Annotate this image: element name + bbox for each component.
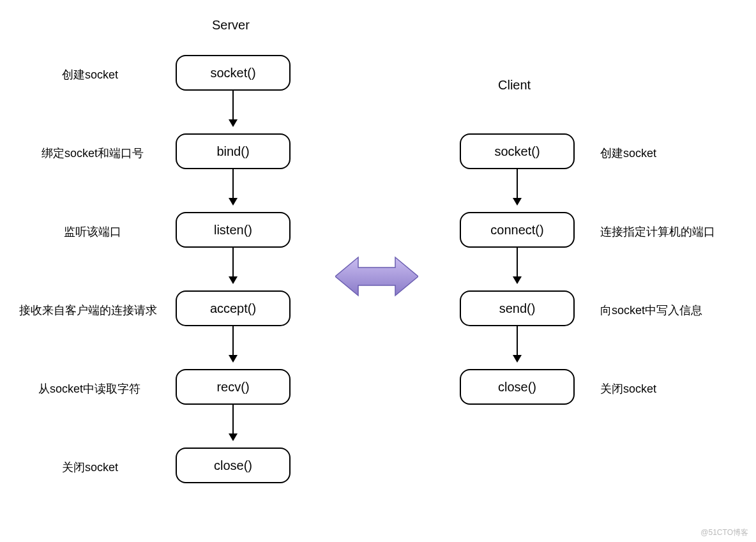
server-node-accept: accept() <box>176 290 291 326</box>
server-node-label: socket() <box>210 66 255 80</box>
server-title: Server <box>212 18 250 33</box>
client-node-label: connect() <box>490 223 543 237</box>
client-node-send: send() <box>460 290 575 326</box>
server-node-label: listen() <box>214 223 252 237</box>
server-desc-accept: 接收来自客户端的连接请求 <box>19 303 157 318</box>
server-desc-socket: 创建socket <box>62 67 118 82</box>
arrow-icon <box>232 169 234 204</box>
server-desc-bind: 绑定socket和端口号 <box>42 146 144 161</box>
client-desc-close: 关闭socket <box>600 381 656 396</box>
server-node-listen: listen() <box>176 212 291 248</box>
client-node-label: close() <box>498 380 536 395</box>
client-node-label: socket() <box>494 144 540 159</box>
arrow-icon <box>232 248 234 283</box>
server-node-bind: bind() <box>176 133 291 169</box>
server-node-label: close() <box>214 458 252 473</box>
client-desc-socket: 创建socket <box>600 146 656 161</box>
client-node-socket: socket() <box>460 133 575 169</box>
watermark: @51CTO博客 <box>700 527 748 538</box>
client-node-label: send() <box>499 301 536 316</box>
arrow-icon <box>232 91 234 126</box>
server-node-label: bind() <box>216 144 249 159</box>
arrow-icon <box>517 169 518 204</box>
server-node-close: close() <box>176 448 291 483</box>
server-desc-close: 关闭socket <box>62 460 118 475</box>
server-node-recv: recv() <box>176 369 291 405</box>
server-node-label: recv() <box>216 380 249 395</box>
arrow-icon <box>517 248 518 283</box>
client-desc-connect: 连接指定计算机的端口 <box>600 224 715 239</box>
server-desc-recv: 从socket中读取字符 <box>38 381 140 396</box>
arrow-icon <box>517 326 518 361</box>
arrow-icon <box>232 405 234 440</box>
server-desc-listen: 监听该端口 <box>64 224 121 239</box>
server-node-socket: socket() <box>176 55 291 91</box>
arrow-icon <box>232 326 234 361</box>
server-node-label: accept() <box>210 301 256 316</box>
client-desc-send: 向socket中写入信息 <box>600 303 702 318</box>
bidirectional-arrow-icon <box>335 256 418 297</box>
client-node-connect: connect() <box>460 212 575 248</box>
client-title: Client <box>498 78 531 93</box>
client-node-close: close() <box>460 369 575 405</box>
